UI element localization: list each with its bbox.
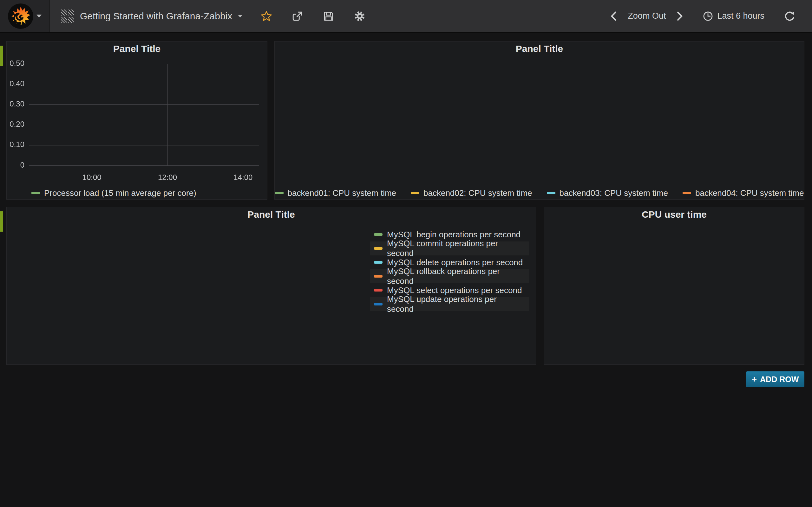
row-handle[interactable] — [0, 211, 3, 232]
legend-color-dash — [682, 192, 691, 194]
gear-icon — [354, 10, 365, 22]
legend-item[interactable]: backend02: CPU system time — [411, 188, 532, 198]
legend-item[interactable]: MySQL update operations per second — [370, 297, 529, 311]
legend-series-name: MySQL delete operations per second — [387, 258, 523, 268]
legend: MySQL begin operations per secondMySQL c… — [370, 228, 529, 311]
panel-title[interactable]: CPU user time — [544, 207, 804, 222]
legend-color-dash — [411, 192, 419, 194]
panel-mysql-operations: Panel Title MySQL begin operations per s… — [6, 207, 536, 365]
grafana-menu-button[interactable] — [0, 0, 50, 32]
dashboard-title-caret-icon — [238, 15, 242, 17]
legend-item[interactable]: MySQL commit operations per second — [370, 241, 529, 256]
legend-color-dash — [275, 192, 284, 194]
share-icon — [292, 10, 303, 22]
legend-series-name: backend01: CPU system time — [288, 188, 396, 198]
share-button[interactable] — [290, 9, 305, 24]
legend-color-dash — [374, 247, 383, 250]
legend-color-dash — [374, 275, 383, 278]
legend-series-name: MySQL begin operations per second — [387, 230, 520, 239]
panel-title[interactable]: Panel Title — [275, 42, 804, 56]
add-row-label: ADD ROW — [760, 375, 799, 384]
time-controls: Zoom Out Last 6 hours — [607, 9, 812, 24]
clock-icon — [703, 11, 713, 21]
navbar: Getting Started with Grafana-Zabbix Zoom… — [0, 0, 812, 33]
time-back-button[interactable] — [607, 9, 619, 23]
star-icon — [261, 10, 272, 22]
legend-color-dash — [374, 261, 383, 264]
legend-series-name: MySQL update operations per second — [387, 294, 525, 314]
zoom-out-button[interactable]: Zoom Out — [628, 11, 666, 21]
save-button[interactable] — [321, 9, 336, 24]
panel-title[interactable]: Panel Title — [7, 207, 536, 222]
legend-color-dash — [32, 192, 40, 194]
refresh-icon — [784, 10, 796, 22]
legend-item[interactable]: MySQL rollback operations per second — [370, 269, 529, 283]
add-row-button[interactable]: + ADD ROW — [746, 372, 804, 387]
legend-item[interactable]: backend04: CPU system time — [682, 188, 804, 198]
processor-load-chart[interactable] — [7, 56, 268, 186]
legend-color-dash — [374, 303, 383, 305]
dashboard-icon — [61, 9, 74, 23]
legend-item[interactable]: backend01: CPU system time — [275, 188, 396, 198]
row-handle[interactable] — [0, 46, 3, 66]
plus-icon: + — [752, 374, 757, 384]
save-icon — [323, 10, 334, 22]
legend-series-name: backend02: CPU system time — [423, 188, 532, 198]
time-range-label: Last 6 hours — [717, 11, 764, 21]
legend-color-dash — [374, 289, 383, 291]
dashboard-title-button[interactable]: Getting Started with Grafana-Zabbix — [50, 9, 242, 23]
refresh-button[interactable] — [782, 9, 798, 24]
panel-cpu-system-time: Panel Title backend01: CPU system timeba… — [274, 41, 804, 200]
legend-color-dash — [374, 233, 383, 236]
cpu-system-time-chart[interactable] — [275, 56, 805, 186]
panel-processor-load: Panel Title Processor load (15 min avera… — [6, 41, 267, 200]
chevron-right-icon — [676, 11, 684, 21]
legend: Processor load (15 min average per core) — [7, 186, 267, 200]
cpu-user-time-gauge[interactable] — [544, 222, 805, 365]
dashboard-title: Getting Started with Grafana-Zabbix — [80, 11, 232, 21]
time-range-picker[interactable]: Last 6 hours — [703, 11, 764, 21]
legend-item[interactable]: Processor load (15 min average per core) — [32, 188, 196, 198]
settings-button[interactable] — [352, 9, 367, 24]
time-forward-button[interactable] — [674, 9, 686, 23]
legend: backend01: CPU system timebackend02: CPU… — [275, 186, 804, 200]
grafana-logo — [8, 3, 33, 29]
legend-item[interactable]: backend03: CPU system time — [547, 188, 668, 198]
legend-series-name: Processor load (15 min average per core) — [44, 188, 196, 198]
chevron-left-icon — [609, 11, 618, 21]
legend-series-name: backend03: CPU system time — [560, 188, 668, 198]
grafana-menu-caret-icon — [37, 14, 42, 17]
legend-color-dash — [547, 192, 555, 194]
panel-cpu-user-time: CPU user time — [544, 207, 804, 365]
dashboard-actions — [259, 9, 367, 24]
legend-series-name: MySQL select operations per second — [387, 285, 522, 295]
panel-title[interactable]: Panel Title — [7, 42, 267, 56]
star-button[interactable] — [259, 9, 274, 24]
legend-series-name: backend04: CPU system time — [695, 188, 804, 198]
